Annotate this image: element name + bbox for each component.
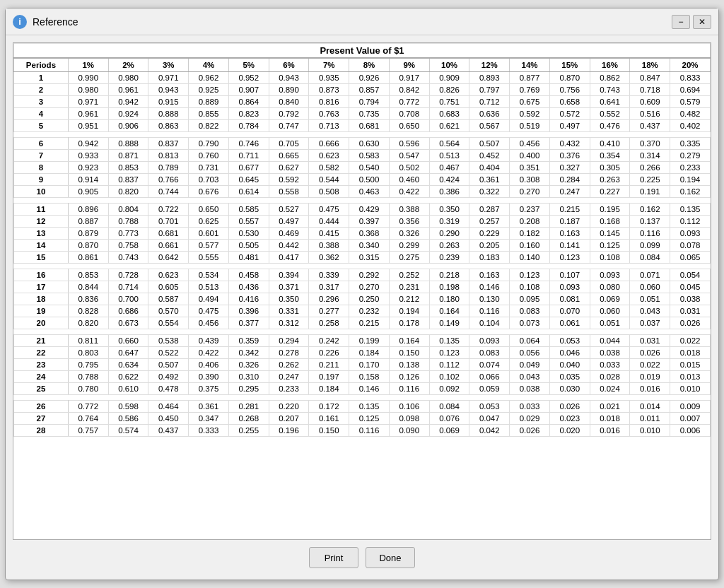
column-header: 1% xyxy=(68,58,108,72)
period-cell: 2 xyxy=(14,84,69,96)
period-cell: 1 xyxy=(14,72,69,84)
value-cell: 0.788 xyxy=(108,216,148,228)
value-cell: 0.864 xyxy=(228,96,269,108)
value-cell: 0.527 xyxy=(269,204,309,216)
value-cell: 0.406 xyxy=(189,359,229,371)
value-cell: 0.596 xyxy=(389,138,429,150)
value-cell: 0.199 xyxy=(349,335,390,347)
value-cell: 0.195 xyxy=(590,204,630,216)
table-row: 100.9050.8200.7440.6760.6140.5580.5080.4… xyxy=(14,186,711,198)
value-cell: 0.625 xyxy=(189,216,229,228)
period-cell: 4 xyxy=(14,108,69,120)
value-cell: 0.840 xyxy=(269,96,309,108)
value-cell: 0.196 xyxy=(269,425,309,437)
value-cell: 0.076 xyxy=(429,413,469,425)
value-cell: 0.666 xyxy=(309,138,349,150)
value-cell: 0.820 xyxy=(108,186,148,198)
value-cell: 0.914 xyxy=(68,174,108,186)
value-cell: 0.756 xyxy=(549,84,590,96)
value-cell: 0.962 xyxy=(189,72,229,84)
value-cell: 0.242 xyxy=(309,335,349,347)
value-cell: 0.069 xyxy=(590,293,630,305)
print-button[interactable]: Print xyxy=(309,547,358,568)
value-cell: 0.163 xyxy=(469,269,510,281)
value-cell: 0.917 xyxy=(389,72,429,84)
table-row: 40.9610.9240.8880.8550.8230.7920.7630.73… xyxy=(14,108,711,120)
value-cell: 0.030 xyxy=(549,383,590,395)
value-cell: 0.804 xyxy=(108,204,148,216)
value-cell: 0.015 xyxy=(670,359,711,371)
value-cell: 0.554 xyxy=(148,317,189,329)
value-cell: 0.942 xyxy=(68,138,108,150)
value-cell: 0.641 xyxy=(590,96,630,108)
value-cell: 0.574 xyxy=(108,425,148,437)
value-cell: 0.476 xyxy=(590,120,630,132)
column-header: 15% xyxy=(549,58,590,72)
value-cell: 0.464 xyxy=(148,401,189,413)
value-cell: 0.347 xyxy=(189,413,229,425)
minimize-button[interactable]: − xyxy=(672,15,690,29)
value-cell: 0.116 xyxy=(469,305,510,317)
value-cell: 0.284 xyxy=(549,174,590,186)
value-cell: 0.112 xyxy=(429,359,469,371)
value-cell: 0.952 xyxy=(228,72,269,84)
value-cell: 0.623 xyxy=(309,150,349,162)
value-cell: 0.042 xyxy=(469,425,510,437)
value-cell: 0.299 xyxy=(389,240,429,252)
value-cell: 0.673 xyxy=(108,317,148,329)
value-cell: 0.665 xyxy=(269,150,309,162)
value-cell: 0.397 xyxy=(349,216,390,228)
value-cell: 0.356 xyxy=(389,216,429,228)
value-cell: 0.636 xyxy=(469,108,510,120)
value-cell: 0.627 xyxy=(269,162,309,174)
value-cell: 0.630 xyxy=(349,138,390,150)
value-cell: 0.887 xyxy=(68,216,108,228)
close-button[interactable]: ✕ xyxy=(693,15,711,29)
value-cell: 0.456 xyxy=(510,138,550,150)
value-cell: 0.287 xyxy=(469,204,510,216)
value-cell: 0.081 xyxy=(549,293,590,305)
value-cell: 0.162 xyxy=(630,204,670,216)
value-cell: 0.376 xyxy=(549,150,590,162)
period-cell: 24 xyxy=(14,371,69,383)
done-button[interactable]: Done xyxy=(366,547,415,568)
value-cell: 0.215 xyxy=(349,317,390,329)
value-cell: 0.099 xyxy=(630,240,670,252)
value-cell: 0.061 xyxy=(549,317,590,329)
value-cell: 0.187 xyxy=(549,216,590,228)
table-container[interactable]: Present Value of $1 Periods1%2%3%4%5%6%7… xyxy=(13,42,711,540)
period-cell: 12 xyxy=(14,216,69,228)
value-cell: 0.645 xyxy=(228,174,269,186)
value-cell: 0.040 xyxy=(549,359,590,371)
value-cell: 0.123 xyxy=(549,252,590,264)
value-cell: 0.728 xyxy=(108,269,148,281)
value-cell: 0.853 xyxy=(108,162,148,174)
period-cell: 18 xyxy=(14,293,69,305)
table-row: 130.8790.7730.6810.6010.5300.4690.4150.3… xyxy=(14,228,711,240)
value-cell: 0.180 xyxy=(429,293,469,305)
value-cell: 0.172 xyxy=(309,401,349,413)
value-cell: 0.544 xyxy=(309,174,349,186)
value-cell: 0.161 xyxy=(309,413,349,425)
value-cell: 0.780 xyxy=(68,383,108,395)
period-cell: 13 xyxy=(14,228,69,240)
value-cell: 0.390 xyxy=(189,371,229,383)
value-cell: 0.164 xyxy=(429,305,469,317)
table-row: 250.7800.6100.4780.3750.2950.2330.1840.1… xyxy=(14,383,711,395)
value-cell: 0.634 xyxy=(108,359,148,371)
value-cell: 0.092 xyxy=(429,383,469,395)
table-row: 230.7950.6340.5070.4060.3260.2620.2110.1… xyxy=(14,359,711,371)
value-cell: 0.452 xyxy=(469,150,510,162)
table-row: 90.9140.8370.7660.7030.6450.5920.5440.50… xyxy=(14,174,711,186)
value-cell: 0.026 xyxy=(630,347,670,359)
value-cell: 0.333 xyxy=(189,425,229,437)
value-cell: 0.327 xyxy=(549,162,590,174)
period-cell: 25 xyxy=(14,383,69,395)
column-header: 2% xyxy=(108,58,148,72)
value-cell: 0.494 xyxy=(189,293,229,305)
value-cell: 0.049 xyxy=(510,359,550,371)
value-cell: 0.842 xyxy=(389,84,429,96)
value-cell: 0.351 xyxy=(510,162,550,174)
value-cell: 0.278 xyxy=(269,347,309,359)
value-cell: 0.394 xyxy=(269,269,309,281)
